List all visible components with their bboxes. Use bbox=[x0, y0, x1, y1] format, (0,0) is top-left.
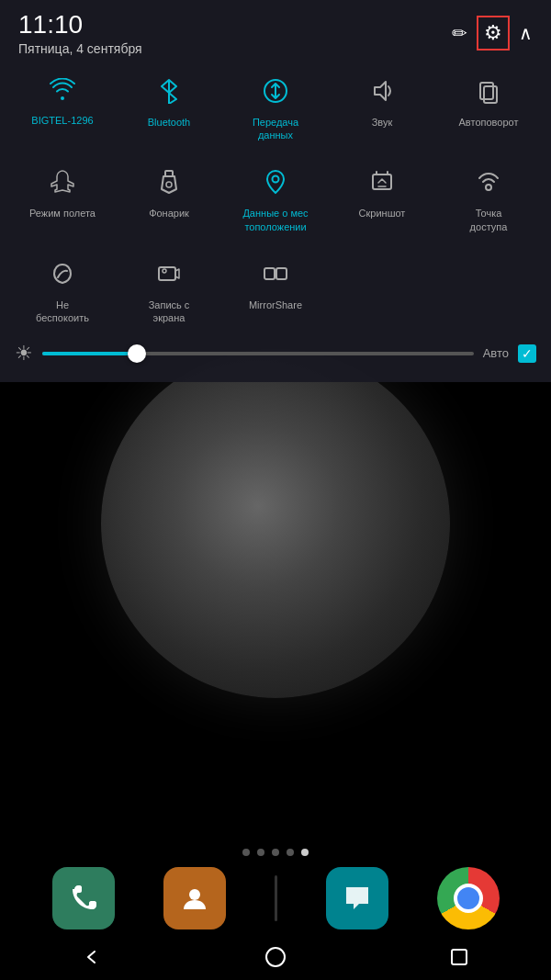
back-button[interactable] bbox=[73, 939, 110, 975]
checkmark-icon: ✓ bbox=[522, 346, 533, 361]
screenshot-icon bbox=[369, 169, 395, 201]
brightness-slider[interactable] bbox=[42, 352, 474, 355]
bluetooth-icon bbox=[158, 78, 180, 110]
brightness-thumb[interactable] bbox=[128, 344, 146, 363]
status-bar: 11:10 Пятница, 4 сентября ✏ ⚙ ∧ bbox=[0, 0, 551, 60]
brightness-row: ☀ Авто ✓ bbox=[0, 334, 551, 373]
toggle-location[interactable]: Данные о местоположении bbox=[222, 160, 329, 242]
edit-icon[interactable]: ✏ bbox=[452, 22, 467, 44]
page-dot-5 bbox=[301, 849, 309, 856]
svg-rect-14 bbox=[276, 268, 287, 279]
location-icon bbox=[264, 169, 287, 201]
toggle-bluetooth[interactable]: Bluetooth bbox=[116, 69, 222, 152]
svg-point-6 bbox=[166, 182, 172, 187]
svg-point-17 bbox=[266, 948, 285, 966]
flashlight-icon bbox=[158, 169, 180, 201]
page-dot-3 bbox=[272, 849, 279, 856]
svg-point-10 bbox=[486, 185, 491, 190]
rotate-label: Автоповорот bbox=[459, 116, 519, 129]
wifi-label: BIGTEL-1296 bbox=[31, 114, 93, 127]
svg-rect-4 bbox=[484, 86, 497, 103]
page-dots bbox=[0, 849, 551, 856]
brightness-fill bbox=[42, 352, 137, 355]
toggle-screenshot[interactable]: Скриншот bbox=[329, 160, 435, 242]
wifi-icon bbox=[50, 78, 75, 108]
dock-divider bbox=[275, 875, 277, 921]
svg-point-16 bbox=[189, 889, 200, 900]
auto-label: Авто bbox=[483, 346, 509, 360]
toggle-dnd[interactable]: Небеспокоить bbox=[9, 252, 116, 334]
chevron-up-icon[interactable]: ∧ bbox=[519, 22, 533, 44]
mirrorshare-icon bbox=[263, 261, 288, 293]
notification-panel: 11:10 Пятница, 4 сентября ✏ ⚙ ∧ BIGTEL-1… bbox=[0, 0, 551, 382]
settings-button[interactable]: ⚙ bbox=[477, 16, 510, 51]
hotspot-icon bbox=[476, 169, 501, 201]
home-button[interactable] bbox=[257, 939, 294, 975]
brightness-icon: ☀ bbox=[15, 342, 33, 366]
toggle-wifi[interactable]: BIGTEL-1296 bbox=[9, 69, 116, 152]
chrome-app-icon[interactable] bbox=[437, 867, 500, 929]
airplane-label: Режим полета bbox=[29, 207, 96, 220]
mirrorshare-label: MirrorShare bbox=[249, 299, 302, 311]
bluetooth-label: Bluetooth bbox=[148, 116, 190, 129]
clock: 11:10 bbox=[18, 11, 142, 39]
phone-app-icon[interactable] bbox=[52, 867, 115, 929]
svg-rect-13 bbox=[264, 268, 275, 279]
dnd-label: Небеспокоить bbox=[36, 299, 89, 325]
screenrecord-icon bbox=[156, 261, 182, 293]
gear-icon: ⚙ bbox=[484, 21, 502, 45]
contacts-app-icon[interactable] bbox=[163, 867, 226, 929]
data-icon bbox=[263, 78, 288, 110]
rotate-icon bbox=[476, 78, 501, 110]
toggle-screenrecord[interactable]: Запись сэкрана bbox=[116, 252, 222, 334]
page-dot-4 bbox=[287, 849, 294, 856]
screenrecord-label: Запись сэкрана bbox=[149, 299, 190, 325]
screenshot-label: Скриншот bbox=[359, 207, 406, 220]
quick-toggles-row3: Небеспокоить Запись сэкрана bbox=[0, 242, 551, 334]
svg-rect-18 bbox=[452, 950, 467, 964]
date: Пятница, 4 сентября bbox=[18, 41, 142, 56]
flashlight-label: Фонарик bbox=[149, 207, 189, 220]
svg-rect-3 bbox=[480, 83, 493, 99]
airplane-icon bbox=[50, 169, 75, 201]
sound-icon bbox=[369, 78, 395, 110]
page-dot-2 bbox=[257, 849, 264, 856]
toggle-rotate[interactable]: Автоповорот bbox=[435, 69, 542, 152]
svg-rect-11 bbox=[159, 267, 175, 280]
toggle-flashlight[interactable]: Фонарик bbox=[116, 160, 222, 242]
toggle-data[interactable]: Передачаданных bbox=[222, 69, 329, 152]
moon-image bbox=[101, 349, 450, 698]
toggle-hotspot[interactable]: Точкадоступа bbox=[435, 160, 542, 242]
recents-button[interactable] bbox=[441, 939, 478, 975]
toggle-sound[interactable]: Звук bbox=[329, 69, 435, 152]
page-dot-1 bbox=[242, 849, 250, 856]
messages-app-icon[interactable] bbox=[326, 867, 388, 929]
toggle-mirrorshare[interactable]: MirrorShare bbox=[222, 252, 329, 334]
svg-point-12 bbox=[163, 269, 166, 273]
status-icons: ✏ ⚙ ∧ bbox=[452, 16, 533, 51]
location-label: Данные о местоположении bbox=[242, 207, 308, 233]
quick-toggles-row1: BIGTEL-1296 Bluetooth Пере bbox=[0, 60, 551, 152]
auto-brightness-checkbox[interactable]: ✓ bbox=[518, 344, 536, 363]
svg-point-7 bbox=[273, 176, 279, 183]
time-date: 11:10 Пятница, 4 сентября bbox=[18, 11, 142, 56]
quick-toggles-row2: Режим полета Фонарик Данные о местопо bbox=[0, 151, 551, 242]
app-dock bbox=[0, 867, 551, 929]
toggle-airplane[interactable]: Режим полета bbox=[9, 160, 116, 242]
sound-label: Звук bbox=[372, 116, 393, 129]
data-label: Передачаданных bbox=[253, 116, 298, 142]
hotspot-label: Точкадоступа bbox=[470, 207, 508, 233]
dnd-icon bbox=[50, 261, 75, 293]
navigation-bar bbox=[0, 934, 551, 980]
